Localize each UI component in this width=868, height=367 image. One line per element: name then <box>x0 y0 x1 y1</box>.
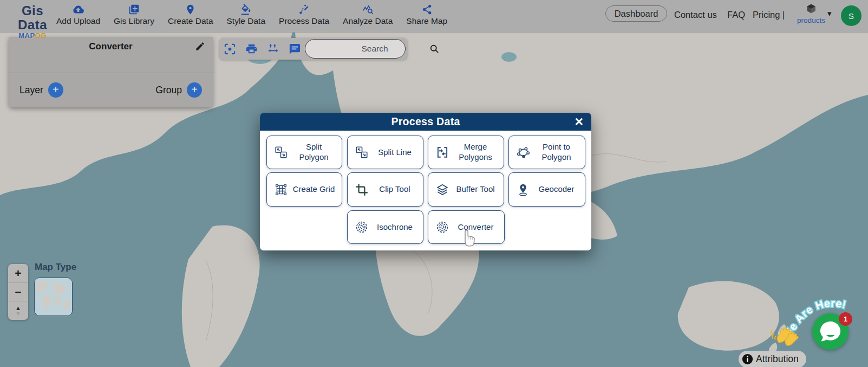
layer-label: Layer <box>19 85 43 96</box>
create-grid-icon <box>274 183 288 197</box>
print-icon[interactable] <box>245 43 258 55</box>
nav-style-data[interactable]: Style Data <box>227 4 266 26</box>
tool-merge-polygons[interactable]: Merge Polygons <box>428 136 504 169</box>
chevron-down-icon[interactable]: ▾ <box>827 9 832 18</box>
tool-split-line[interactable]: Split Line <box>347 136 423 169</box>
brand-logo[interactable]: Gis Data MAPOG <box>8 4 57 40</box>
isochrone-swirl-icon <box>355 220 369 234</box>
process-data-modal: Process Data ✕ Split Polygon Split Line … <box>260 113 591 250</box>
tool-label: Split Polygon <box>288 142 342 163</box>
nav-share-map[interactable]: Share Map <box>406 4 447 26</box>
edit-pencil-icon[interactable] <box>195 41 205 51</box>
analyze-chart-icon <box>362 4 374 15</box>
center-focus-icon[interactable] <box>224 43 236 55</box>
search-bar <box>305 39 406 59</box>
layer-panel: Converter Layer + Group + <box>9 37 213 107</box>
tool-label: Buffer Tool <box>449 184 504 195</box>
avatar[interactable]: S <box>841 5 862 26</box>
close-icon[interactable]: ✕ <box>574 114 584 129</box>
add-layer-button[interactable]: + <box>48 82 63 98</box>
products-label: products <box>796 16 826 24</box>
map-thumbnail-image <box>35 278 73 316</box>
comment-icon[interactable] <box>289 43 301 55</box>
products-menu[interactable]: products <box>796 3 826 24</box>
tool-label: Clip Tool <box>369 184 423 195</box>
plus-icon: + <box>53 83 59 96</box>
top-navbar: Gis Data MAPOG Add Upload Gis Library Cr… <box>0 0 868 33</box>
nav-label: Gis Library <box>114 16 154 26</box>
brand-name: Gis Data <box>8 4 57 32</box>
tool-label: Point to Polygon <box>530 142 585 163</box>
share-icon <box>421 4 433 15</box>
pricing-link[interactable]: Pricing | <box>753 10 785 20</box>
map-type-thumbnail[interactable] <box>34 278 73 316</box>
search-input[interactable] <box>305 44 429 54</box>
clip-crop-icon <box>355 183 369 197</box>
nav-label: Create Data <box>168 16 213 26</box>
faq-link[interactable]: FAQ <box>727 10 745 20</box>
contact-us-link[interactable]: Contact us <box>674 10 717 20</box>
split-line-icon <box>355 145 369 159</box>
map-type-label: Map Type <box>35 262 76 273</box>
tool-point-to-polygon[interactable]: Point to Polygon <box>508 136 585 169</box>
tool-create-grid[interactable]: Create Grid <box>266 172 342 207</box>
tool-label: Split Line <box>369 147 423 158</box>
pan-toggle-button[interactable]: ▲ ▼ <box>8 301 28 320</box>
tool-label: Geocoder <box>530 184 585 195</box>
add-group-button[interactable]: + <box>187 82 202 98</box>
layer-group-row: Layer + Group + <box>9 73 213 107</box>
tool-label: Create Grid <box>288 184 342 195</box>
attribution-label: Attribution <box>756 353 799 365</box>
split-polygon-icon <box>274 145 288 159</box>
minus-icon: − <box>15 286 21 299</box>
modal-title: Process Data <box>391 115 460 128</box>
attribution-button[interactable]: Attribution <box>739 351 806 367</box>
location-pin-icon <box>185 4 196 15</box>
route-edit-icon <box>298 4 310 15</box>
main-nav: Add Upload Gis Library Create Data Style… <box>56 4 447 26</box>
tool-isochrone[interactable]: Isochrone <box>347 210 423 244</box>
nav-label: Analyze Data <box>343 16 393 26</box>
plus-icon: + <box>15 267 21 280</box>
tool-label: Merge Polygons <box>449 142 504 163</box>
tool-geocoder[interactable]: Geocoder <box>508 172 585 207</box>
geocoder-pin-icon <box>516 183 530 197</box>
nav-create-data[interactable]: Create Data <box>168 4 213 26</box>
layer-add: Layer + <box>19 82 63 98</box>
tool-converter[interactable]: Converter <box>428 210 505 244</box>
arrow-down-icon: ▼ <box>15 311 21 316</box>
unread-badge: 1 <box>839 312 852 326</box>
nav-add-upload[interactable]: Add Upload <box>56 4 100 26</box>
cube-icon <box>806 3 817 14</box>
nav-label: Share Map <box>406 16 447 26</box>
search-icon[interactable] <box>429 43 440 54</box>
zoom-controls: + − ▲ ▼ <box>8 264 28 320</box>
waving-hands-icon <box>770 319 799 347</box>
info-icon <box>742 353 753 365</box>
tool-label: Isochrone <box>369 222 423 233</box>
zoom-in-button[interactable]: + <box>8 264 28 283</box>
tool-buffer[interactable]: Buffer Tool <box>428 172 504 207</box>
tool-clip[interactable]: Clip Tool <box>347 172 423 207</box>
plus-icon: + <box>191 83 198 96</box>
tool-label: Converter <box>449 222 504 233</box>
nav-analyze-data[interactable]: Analyze Data <box>343 4 393 26</box>
dashboard-button[interactable]: Dashboard <box>605 5 667 22</box>
library-add-icon <box>128 4 140 15</box>
nav-process-data[interactable]: Process Data <box>279 4 329 26</box>
merge-polygons-icon <box>435 145 449 159</box>
measure-icon[interactable] <box>267 43 279 55</box>
point-to-polygon-icon <box>516 145 530 159</box>
nav-label: Process Data <box>279 16 329 26</box>
nav-gis-library[interactable]: Gis Library <box>114 4 154 26</box>
tool-split-polygon[interactable]: Split Polygon <box>266 136 342 169</box>
group-add: Group + <box>155 82 202 98</box>
modal-header: Process Data ✕ <box>260 113 591 131</box>
nav-label: Add Upload <box>56 16 100 26</box>
brand-tagline: MAPOG <box>8 32 57 40</box>
group-label: Group <box>155 85 182 96</box>
zoom-out-button[interactable]: − <box>8 283 28 302</box>
buffer-layers-icon <box>435 183 449 197</box>
converter-swirl-icon <box>435 220 449 234</box>
cloud-upload-icon <box>73 4 84 15</box>
